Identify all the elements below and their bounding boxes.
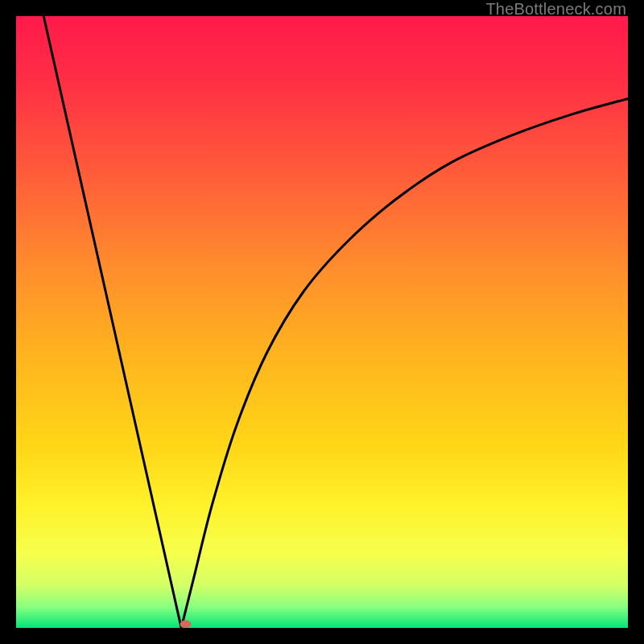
chart-frame: [16, 16, 628, 628]
min-marker: [180, 620, 192, 628]
chart-svg: [16, 16, 628, 628]
watermark-text: TheBottleneck.com: [485, 0, 626, 19]
plot-background: [16, 16, 628, 628]
